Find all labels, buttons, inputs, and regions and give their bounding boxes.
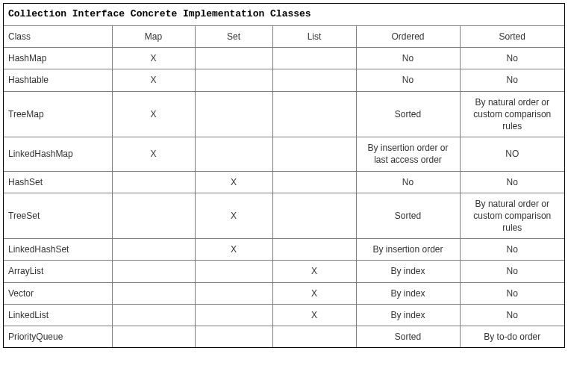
cell-class: ArrayList (4, 261, 112, 282)
cell-class: TreeMap (4, 91, 112, 137)
cell-set (195, 304, 272, 326)
cell-ordered: By insertion order (356, 239, 460, 261)
cell-set (195, 282, 272, 304)
cell-set (195, 137, 272, 171)
cell-class: Hashtable (4, 69, 112, 91)
cell-list (272, 193, 356, 239)
cell-class: PriorityQueue (4, 326, 112, 348)
cell-set: X (195, 239, 272, 261)
cell-list (272, 326, 356, 348)
cell-class: HashSet (4, 171, 112, 193)
table-title: Collection Interface Concrete Implementa… (4, 4, 564, 26)
collection-classes-table: Class Map Set List Ordered Sorted HashMa… (4, 26, 564, 347)
table-row: HashSet X No No (4, 171, 564, 193)
cell-ordered: No (356, 69, 460, 91)
col-header-map: Map (112, 26, 195, 48)
table-row: LinkedList X By index No (4, 304, 564, 326)
table-row: HashMap X No No (4, 48, 564, 69)
table-row: PriorityQueue Sorted By to-do order (4, 326, 564, 348)
cell-sorted: By to-do order (460, 326, 564, 348)
cell-sorted: By natural order or custom comparison ru… (460, 193, 564, 239)
cell-sorted: By natural order or custom comparison ru… (460, 91, 564, 137)
cell-set (195, 48, 272, 69)
cell-list (272, 171, 356, 193)
cell-class: HashMap (4, 48, 112, 69)
cell-sorted: No (460, 261, 564, 282)
cell-list (272, 239, 356, 261)
cell-class: Vector (4, 282, 112, 304)
cell-map: X (112, 137, 195, 171)
cell-sorted: No (460, 69, 564, 91)
cell-ordered: By insertion order or last access order (356, 137, 460, 171)
col-header-ordered: Ordered (356, 26, 460, 48)
col-header-sorted: Sorted (460, 26, 564, 48)
cell-map (112, 282, 195, 304)
cell-set: X (195, 193, 272, 239)
table-row: TreeMap X Sorted By natural order or cus… (4, 91, 564, 137)
table-container: Collection Interface Concrete Implementa… (3, 3, 565, 348)
cell-ordered: Sorted (356, 193, 460, 239)
cell-set (195, 91, 272, 137)
cell-map (112, 239, 195, 261)
table-header-row: Class Map Set List Ordered Sorted (4, 26, 564, 48)
col-header-list: List (272, 26, 356, 48)
cell-map (112, 326, 195, 348)
cell-sorted: No (460, 171, 564, 193)
cell-class: TreeSet (4, 193, 112, 239)
cell-list (272, 48, 356, 69)
cell-list: X (272, 304, 356, 326)
table-row: LinkedHashSet X By insertion order No (4, 239, 564, 261)
table-row: Hashtable X No No (4, 69, 564, 91)
cell-set (195, 69, 272, 91)
cell-list: X (272, 261, 356, 282)
cell-map (112, 304, 195, 326)
cell-list (272, 69, 356, 91)
cell-list: X (272, 282, 356, 304)
cell-sorted: No (460, 282, 564, 304)
cell-class: LinkedHashMap (4, 137, 112, 171)
cell-ordered: No (356, 171, 460, 193)
cell-sorted: No (460, 304, 564, 326)
cell-ordered: By index (356, 261, 460, 282)
table-row: Vector X By index No (4, 282, 564, 304)
cell-set: X (195, 171, 272, 193)
cell-ordered: No (356, 48, 460, 69)
cell-map: X (112, 48, 195, 69)
cell-class: LinkedList (4, 304, 112, 326)
cell-map (112, 261, 195, 282)
cell-map (112, 193, 195, 239)
cell-ordered: By index (356, 282, 460, 304)
table-row: ArrayList X By index No (4, 261, 564, 282)
cell-sorted: NO (460, 137, 564, 171)
cell-map: X (112, 69, 195, 91)
cell-list (272, 91, 356, 137)
cell-set (195, 261, 272, 282)
cell-class: LinkedHashSet (4, 239, 112, 261)
cell-sorted: No (460, 239, 564, 261)
cell-map (112, 171, 195, 193)
cell-set (195, 326, 272, 348)
cell-ordered: Sorted (356, 91, 460, 137)
table-row: LinkedHashMap X By insertion order or la… (4, 137, 564, 171)
cell-sorted: No (460, 48, 564, 69)
col-header-set: Set (195, 26, 272, 48)
col-header-class: Class (4, 26, 112, 48)
table-row: TreeSet X Sorted By natural order or cus… (4, 193, 564, 239)
cell-map: X (112, 91, 195, 137)
cell-list (272, 137, 356, 171)
cell-ordered: By index (356, 304, 460, 326)
cell-ordered: Sorted (356, 326, 460, 348)
